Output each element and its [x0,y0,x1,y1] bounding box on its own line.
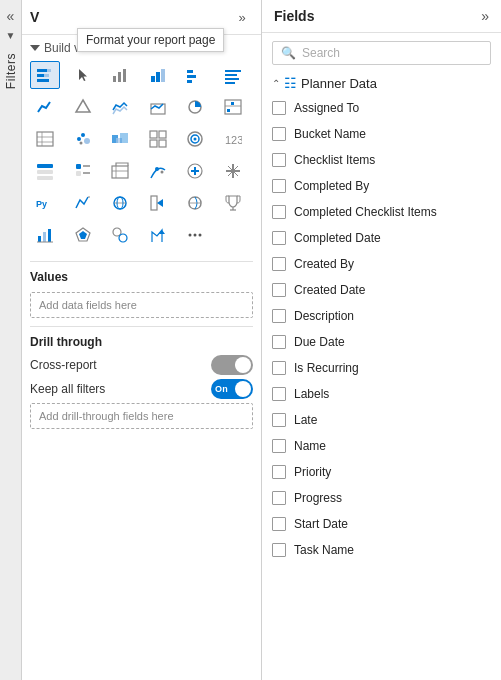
fields-expand-icon[interactable]: » [481,8,489,24]
field-name-label: Description [294,309,354,323]
visual-icon-21[interactable] [105,157,135,185]
sidebar-collapse-arrow[interactable]: « [7,8,15,24]
cursor-icon[interactable] [68,61,98,89]
field-name-label: Priority [294,465,331,479]
field-name-label: Checklist Items [294,153,375,167]
format-report-button[interactable]: » [231,6,253,28]
visual-icons-row1 [30,61,253,89]
field-item: Name [272,433,491,459]
visual-icon-20[interactable] [68,157,98,185]
field-checkbox[interactable] [272,283,286,297]
field-checkbox[interactable] [272,439,286,453]
visual-icons-row6 [30,221,253,249]
field-checkbox[interactable] [272,543,286,557]
svg-rect-58 [194,167,196,175]
planner-chevron-icon[interactable]: ⌃ [272,78,280,89]
filters-label: Filters [4,53,18,89]
svg-marker-18 [76,100,90,112]
svg-rect-9 [156,72,160,82]
visual-icon-8[interactable] [68,93,98,121]
field-checkbox[interactable] [272,491,286,505]
visual-icon-11[interactable] [180,93,210,121]
svg-rect-38 [150,140,157,147]
panel-v-label: V [30,9,227,25]
values-section-label: Values [22,266,261,288]
field-checkbox[interactable] [272,101,286,115]
visual-icon-9[interactable] [105,93,135,121]
visual-icon-31[interactable] [30,221,60,249]
svg-rect-39 [159,140,166,147]
field-checkbox[interactable] [272,335,286,349]
add-data-fields-box[interactable]: Add data fields here [30,292,253,318]
field-item: Bucket Name [272,121,491,147]
keep-filters-row: Keep all filters On [30,379,253,399]
visual-icon-34[interactable] [143,221,173,249]
field-name-label: Completed By [294,179,369,193]
visual-icon-19[interactable] [30,157,60,185]
field-checkbox[interactable] [272,205,286,219]
field-checkbox[interactable] [272,387,286,401]
svg-rect-35 [120,133,128,143]
svg-rect-2 [37,74,44,77]
svg-point-42 [194,138,197,141]
field-checkbox[interactable] [272,361,286,375]
field-item: Completed Date [272,225,491,251]
visual-icon-29[interactable] [180,189,210,217]
visual-icon-4[interactable] [143,61,173,89]
visual-icon-33[interactable] [105,221,135,249]
trophy-icon[interactable] [218,189,248,217]
visual-icon-14[interactable] [68,125,98,153]
visual-icon-7[interactable] [30,93,60,121]
visual-icon-22[interactable] [143,157,173,185]
svg-rect-4 [37,79,49,82]
visual-icon-more[interactable] [180,221,210,249]
field-checkbox[interactable] [272,413,286,427]
visual-icon-28[interactable] [143,189,173,217]
svg-point-78 [194,234,197,237]
visual-icon-23[interactable] [180,157,210,185]
visual-icon-17[interactable] [180,125,210,153]
visual-icon-24[interactable] [218,157,248,185]
field-checkbox[interactable] [272,257,286,271]
field-item: Created By [272,251,491,277]
visual-icon-6[interactable] [218,61,248,89]
field-item: Progress [272,485,491,511]
add-drill-fields-box[interactable]: Add drill-through fields here [30,403,253,429]
field-checkbox[interactable] [272,153,286,167]
visual-icon-13[interactable] [30,125,60,153]
python-icon[interactable]: Py [30,189,60,217]
cross-report-toggle[interactable]: Off [211,355,253,375]
svg-rect-23 [227,109,230,112]
field-checkbox[interactable] [272,179,286,193]
field-checkbox[interactable] [272,231,286,245]
svg-rect-0 [37,69,47,72]
search-icon: 🔍 [281,46,296,60]
visual-icon-16[interactable] [143,125,173,153]
svg-rect-25 [37,132,53,146]
keep-filters-label: Keep all filters [30,382,105,396]
build-visual-section: Build visual [22,35,261,257]
svg-point-77 [189,234,192,237]
visual-icon-32[interactable] [68,221,98,249]
field-checkbox[interactable] [272,517,286,531]
visual-icon-26[interactable] [68,189,98,217]
svg-rect-11 [187,70,193,73]
visual-icon-18[interactable]: 123 [218,125,248,153]
search-box[interactable]: 🔍 Search [272,41,491,65]
svg-rect-45 [37,170,53,174]
field-checkbox[interactable] [272,127,286,141]
field-checkbox[interactable] [272,309,286,323]
keep-filters-toggle[interactable]: On [211,379,253,399]
field-name-label: Late [294,413,317,427]
visual-icon-15[interactable] [105,125,135,153]
visual-icon-12[interactable] [218,93,248,121]
build-visual-triangle [30,45,40,51]
visual-icon-10[interactable] [143,93,173,121]
visual-icon-5[interactable] [180,61,210,89]
visual-icon-27[interactable] [105,189,135,217]
field-name-label: Name [294,439,326,453]
stacked-bar-icon[interactable] [30,61,60,89]
field-checkbox[interactable] [272,465,286,479]
visual-icon-3[interactable] [105,61,135,89]
svg-rect-13 [187,80,192,83]
